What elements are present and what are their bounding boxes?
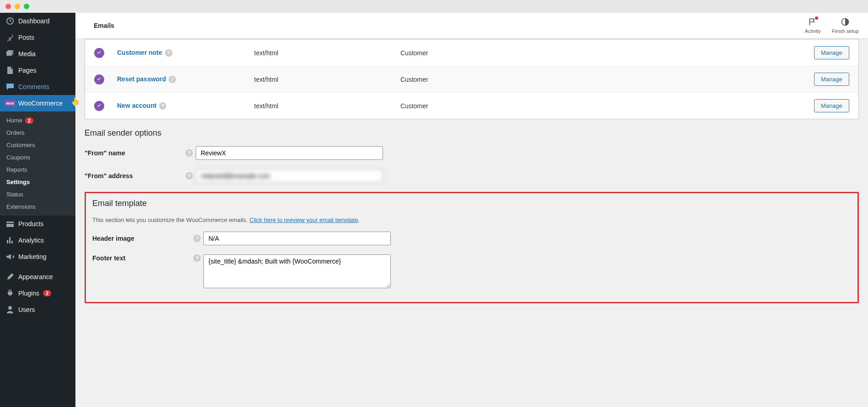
submenu-coupons[interactable]: Coupons bbox=[0, 151, 75, 164]
sidebar-item-analytics[interactable]: Analytics bbox=[0, 232, 75, 248]
help-icon[interactable]: ? bbox=[193, 254, 201, 262]
analytics-icon bbox=[5, 236, 15, 245]
pin-icon bbox=[5, 33, 15, 42]
email-name-link[interactable]: Customer note bbox=[117, 49, 162, 56]
sidebar-label: Pages bbox=[18, 67, 37, 74]
from-address-input[interactable] bbox=[196, 169, 383, 183]
table-row: New account? text/html Customer Manage bbox=[85, 92, 858, 119]
help-icon[interactable]: ? bbox=[165, 49, 172, 57]
action-label: Finish setup bbox=[832, 28, 859, 34]
flag-icon bbox=[808, 17, 817, 27]
submenu-reports[interactable]: Reports bbox=[0, 164, 75, 176]
sidebar-label: Marketing bbox=[18, 253, 46, 260]
window-minimize-icon[interactable] bbox=[15, 4, 20, 9]
submenu-label: Coupons bbox=[6, 154, 30, 161]
help-icon[interactable]: ? bbox=[193, 235, 201, 242]
table-row: Reset password? text/html Customer Manag… bbox=[85, 66, 858, 92]
content-type: text/html bbox=[254, 49, 400, 57]
window-close-icon[interactable] bbox=[5, 4, 11, 9]
email-name-link[interactable]: Reset password bbox=[117, 75, 166, 83]
template-description: This section lets you customize the WooC… bbox=[92, 217, 851, 223]
submenu-home[interactable]: Home2 bbox=[0, 114, 75, 127]
submenu-label: Orders bbox=[6, 129, 25, 136]
sidebar-item-users[interactable]: Users bbox=[0, 301, 75, 318]
sidebar-item-dashboard[interactable]: Dashboard bbox=[0, 13, 75, 29]
submenu-label: Home bbox=[6, 117, 22, 124]
submenu-status[interactable]: Status bbox=[0, 188, 75, 201]
sidebar-label: Posts bbox=[18, 34, 34, 41]
sender-heading: Email sender options bbox=[85, 128, 859, 138]
submenu-label: Extensions bbox=[6, 203, 36, 210]
submenu-label: Reports bbox=[6, 166, 27, 173]
window-maximize-icon[interactable] bbox=[24, 4, 29, 9]
comment-icon bbox=[5, 82, 15, 91]
sidebar-item-marketing[interactable]: Marketing bbox=[0, 248, 75, 265]
sidebar-label: Dashboard bbox=[18, 17, 50, 25]
macos-window-bar bbox=[0, 0, 868, 13]
sidebar-item-comments[interactable]: Comments bbox=[0, 79, 75, 95]
check-icon bbox=[94, 48, 104, 58]
manage-button[interactable]: Manage bbox=[814, 73, 849, 86]
help-icon[interactable]: ? bbox=[159, 102, 166, 110]
footer-text-input[interactable] bbox=[203, 254, 391, 288]
sidebar-item-woocommerce[interactable]: woo WooCommerce bbox=[0, 95, 75, 111]
highlighted-section: Email template This section lets you cus… bbox=[85, 192, 859, 303]
email-name-link[interactable]: New account bbox=[117, 102, 156, 109]
submenu-orders[interactable]: Orders bbox=[0, 127, 75, 139]
manage-button[interactable]: Manage bbox=[814, 46, 849, 59]
page-icon bbox=[5, 66, 15, 75]
manage-button[interactable]: Manage bbox=[814, 99, 849, 112]
help-icon[interactable]: ? bbox=[186, 149, 193, 157]
sidebar-item-plugins[interactable]: Plugins 2 bbox=[0, 285, 75, 301]
sidebar-label: Media bbox=[18, 50, 36, 58]
check-icon bbox=[94, 101, 104, 111]
recipient: Customer bbox=[400, 49, 629, 57]
from-name-input[interactable] bbox=[196, 146, 383, 160]
dashboard-icon bbox=[5, 16, 15, 26]
action-label: Activity bbox=[805, 28, 821, 34]
media-icon bbox=[5, 49, 15, 58]
table-row: Customer note? text/html Customer Manage bbox=[85, 39, 858, 66]
desc-prefix: This section lets you customize the WooC… bbox=[92, 217, 250, 223]
template-heading: Email template bbox=[92, 199, 851, 208]
page-title: Emails bbox=[94, 22, 114, 29]
woocommerce-icon: woo bbox=[5, 99, 15, 108]
content-type: text/html bbox=[254, 102, 400, 110]
submenu-label: Customers bbox=[6, 142, 35, 148]
page-topbar: Emails Activity Finish setup bbox=[75, 13, 868, 39]
content-type: text/html bbox=[254, 76, 400, 83]
sidebar-item-appearance[interactable]: Appearance bbox=[0, 269, 75, 285]
finish-setup-button[interactable]: Finish setup bbox=[832, 17, 859, 34]
sidebar-item-posts[interactable]: Posts bbox=[0, 29, 75, 46]
sidebar-label: Users bbox=[18, 306, 35, 313]
check-icon bbox=[94, 74, 104, 85]
help-icon[interactable]: ? bbox=[169, 76, 176, 83]
sidebar-item-pages[interactable]: Pages bbox=[0, 62, 75, 79]
submenu-label: Status bbox=[6, 191, 23, 198]
brush-icon bbox=[5, 272, 15, 281]
sidebar-item-media[interactable]: Media bbox=[0, 46, 75, 62]
user-icon bbox=[5, 305, 15, 314]
from-name-label: "From" name bbox=[85, 149, 183, 157]
from-address-label: "From" address bbox=[85, 172, 183, 180]
submenu-extensions[interactable]: Extensions bbox=[0, 201, 75, 213]
preview-template-link[interactable]: Click here to preview your email templat… bbox=[250, 217, 358, 223]
sidebar-label: Comments bbox=[18, 83, 49, 90]
sidebar-label: Plugins bbox=[18, 290, 39, 297]
submenu-settings[interactable]: Settings bbox=[0, 176, 75, 188]
products-icon bbox=[5, 219, 15, 228]
activity-button[interactable]: Activity bbox=[805, 17, 821, 34]
recipient: Customer bbox=[400, 76, 629, 83]
sidebar-label: WooCommerce bbox=[18, 100, 63, 107]
half-circle-icon bbox=[841, 17, 850, 27]
badge-count: 2 bbox=[25, 117, 33, 124]
footer-text-label: Footer text bbox=[92, 254, 191, 262]
help-icon[interactable]: ? bbox=[186, 172, 193, 180]
from-name-row: "From" name ? bbox=[85, 146, 859, 160]
sidebar-item-products[interactable]: Products bbox=[0, 216, 75, 232]
sidebar-label: Appearance bbox=[18, 273, 53, 280]
header-image-input[interactable] bbox=[203, 232, 391, 245]
badge-count: 2 bbox=[43, 290, 51, 296]
sidebar-label: Products bbox=[18, 220, 43, 227]
submenu-customers[interactable]: Customers bbox=[0, 139, 75, 151]
